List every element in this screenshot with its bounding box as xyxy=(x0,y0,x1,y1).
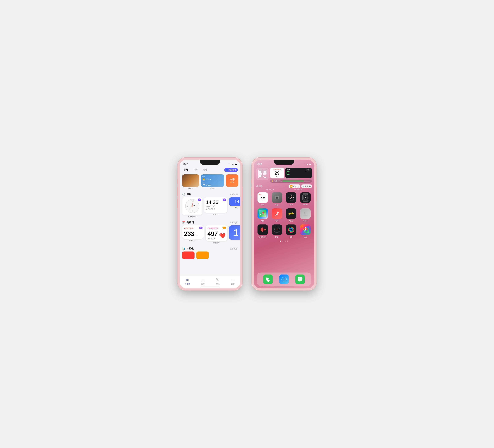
analog-clock-widget[interactable]: 新 12 6 9 3 xyxy=(182,197,202,215)
countdown1-card[interactable]: 新 ● 纪念日还有 233 天 xyxy=(182,225,204,239)
blue-clock-label: 数... xyxy=(229,206,240,209)
xpanel-card-orange[interactable] xyxy=(196,252,209,259)
qr-widget[interactable] xyxy=(256,168,269,180)
messages-icon xyxy=(297,277,303,282)
tab-medium[interactable]: 中号 xyxy=(192,168,199,172)
wifi-button[interactable]: 📶 WIFI On xyxy=(289,184,300,188)
app-photos-icon[interactable] xyxy=(300,224,311,235)
clock-svg: 12 6 9 3 xyxy=(185,199,199,213)
storage-top: 存储 已用容量 40.88GB xyxy=(286,169,311,175)
app-fitness-icon[interactable] xyxy=(286,224,296,235)
svg-point-29 xyxy=(278,196,279,197)
app-grid: 周三 29 日历 xyxy=(254,191,314,239)
dock-phone[interactable] xyxy=(263,275,273,284)
dock-safari[interactable] xyxy=(279,275,289,284)
battery-bar-inner xyxy=(283,180,304,181)
app-maps-icon[interactable] xyxy=(258,208,268,219)
nav-widgets-label: 小组件 xyxy=(185,283,190,285)
countdown-section-header: 📅 倒数日 查看更多 xyxy=(180,219,240,225)
status-icons: ···· ▲ ▬ xyxy=(229,163,237,165)
svg-text:N: N xyxy=(277,227,277,228)
photo-preview-card[interactable] xyxy=(182,174,199,187)
svg-marker-103 xyxy=(284,278,284,280)
app-clock-icon[interactable]: 12 6 9 3 xyxy=(286,192,296,203)
blue-clock-widget[interactable]: 14 xyxy=(229,197,240,206)
svg-line-9 xyxy=(190,206,192,209)
wifi-status-icon: ▲ xyxy=(306,163,308,165)
weather-label: 天气#1 xyxy=(201,187,224,190)
cellular-button[interactable]: 📡 蜂窝 On xyxy=(301,184,312,188)
countdown2-card[interactable]: 👑 ♥ 领养慈慰已经 497 天 2020/05/20 ❤️ xyxy=(206,225,227,241)
dock-messages[interactable] xyxy=(295,275,305,284)
svg-point-107 xyxy=(301,279,301,279)
page-dots xyxy=(254,239,314,243)
app-contacts-icon[interactable] xyxy=(300,208,311,219)
app-camera-label: 相机 xyxy=(275,204,279,206)
app-camera-icon[interactable] xyxy=(272,192,282,203)
power-button-2[interactable] xyxy=(316,187,317,201)
volume-up-button-2[interactable] xyxy=(251,187,252,196)
nav-wallpaper[interactable]: 🖼 壁纸 xyxy=(216,278,220,285)
weather-preview-card[interactable]: 今日 ☀️ 16° / 24° 明日 🌧️ 14° / 20° xyxy=(201,174,224,187)
app-measure-label: 测距仪 xyxy=(289,220,294,222)
right-widgets: 2021年09月 29 周三 存储 xyxy=(270,168,312,183)
calendar-widget-small[interactable]: 2021年09月 29 周三 xyxy=(270,168,284,178)
widget-scroll-area[interactable]: 照片#1 今日 ☀️ 16° / 24° 明日 🌧️ xyxy=(180,173,240,280)
tab-small[interactable]: 小号 xyxy=(182,168,189,172)
phone2: 2:42 ··· ▲ ▬ xyxy=(252,158,317,290)
new-badge-2: 新 xyxy=(223,199,226,201)
app-measure-wrap: 测距仪 xyxy=(285,208,297,222)
weather-today-row: ☀️ 16° / 24° xyxy=(202,178,223,181)
strength-preview-card[interactable]: 75千 💪 再挑 xyxy=(226,174,238,187)
safari-icon xyxy=(281,277,287,282)
digital-clock-widget[interactable]: 新 14:36 09月29日 周三 农历八月廿三 xyxy=(204,197,227,213)
mute-button[interactable] xyxy=(177,179,178,184)
mute-button-2[interactable] xyxy=(251,179,252,184)
cellular-icon: 📡 xyxy=(303,186,304,187)
volume-down-button[interactable] xyxy=(177,199,178,208)
phone2-status-icons: ··· ▲ ▬ xyxy=(304,163,311,165)
nav-widgets[interactable]: ⊞ 小组件 xyxy=(185,278,190,285)
tab-large[interactable]: 大号 xyxy=(201,168,208,172)
xpanel-title: 📊 x-面板 xyxy=(182,247,194,250)
storage-widget[interactable]: 存储 已用容量 40.88GB xyxy=(285,168,312,178)
volume-down-button-2[interactable] xyxy=(251,199,252,208)
weather-temp1: 16° / 24° xyxy=(206,179,211,180)
digital-clock-display: 14:36 09月29日 周三 农历八月廿三 xyxy=(206,199,225,211)
volume-up-button[interactable] xyxy=(177,187,178,196)
watch-body xyxy=(302,194,309,201)
top-widgets-labels: Top Widgets Top Widgets xyxy=(254,189,314,191)
countdown3-wrap: 1 xyxy=(229,225,240,244)
countdown-more[interactable]: 查看更多 xyxy=(230,221,238,224)
app-maps-wrap: 地图 xyxy=(257,208,269,222)
signal-bars-icon: ··· xyxy=(304,163,305,165)
power-button[interactable] xyxy=(242,187,243,201)
app-compass-icon[interactable]: N S E W xyxy=(272,224,282,235)
app-calendar-icon[interactable]: 周三 29 xyxy=(258,192,268,203)
app-watch-icon[interactable] xyxy=(300,192,311,203)
app-music-icon[interactable] xyxy=(272,208,282,219)
app-measure-icon[interactable] xyxy=(286,208,296,219)
xpanel-title-text: x-面板 xyxy=(186,247,194,250)
svg-text:3: 3 xyxy=(197,205,197,207)
battery-status-icon: ▬ xyxy=(309,163,311,165)
countdown3-card[interactable]: 1 xyxy=(229,225,240,240)
svg-rect-15 xyxy=(263,171,266,173)
weather-today-label: 今日 xyxy=(202,176,223,178)
scroll-bottom-spacer xyxy=(180,261,240,267)
app-camera-wrap: 相机 xyxy=(271,192,283,206)
my-widgets-button[interactable]: 👤 我的组件 xyxy=(224,168,238,172)
weather-temp2: 14° / 20° xyxy=(206,184,211,186)
clock-more[interactable]: 查看更多 xyxy=(230,193,238,196)
storage-text-wrap: 已用容量 40.88GB xyxy=(306,169,311,172)
app-voice-icon[interactable] xyxy=(258,224,268,235)
cal-header: 周三 xyxy=(259,194,266,196)
app-voice-label: 语音备忘录 xyxy=(259,236,267,238)
xpanel-more[interactable]: 查看更多 xyxy=(230,247,238,250)
svg-text:W: W xyxy=(274,229,275,230)
nav-more[interactable]: ⋯ 更多 xyxy=(231,278,235,285)
countdown1-wrap: 新 ● 纪念日还有 233 天 倒数日#1 xyxy=(182,225,204,244)
nav-icons[interactable]: ⚏ 图标 xyxy=(201,278,205,285)
xpanel-card-red[interactable] xyxy=(182,252,195,259)
clock-widgets-row: 新 12 6 9 3 xyxy=(180,197,240,219)
